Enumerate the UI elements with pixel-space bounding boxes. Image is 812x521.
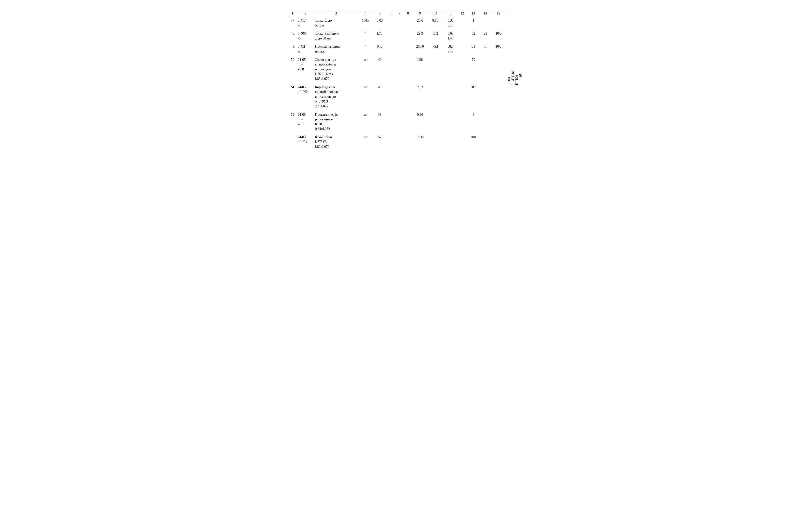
cell-5-15 (491, 83, 506, 110)
col-header-3: 3 (315, 10, 358, 17)
cell-5-14 (480, 83, 491, 110)
cell-1-4: 100м (358, 17, 373, 29)
col-header-5: 5 (373, 10, 386, 17)
cell-2-9: 29,9 (412, 29, 428, 42)
cell-6-5: I6 (373, 110, 386, 132)
col-header-14: I4 (480, 10, 491, 17)
cell-6-3: Профили перфо-рированныеКI080,34хI,072 (315, 110, 358, 132)
cell-4-14 (480, 55, 491, 83)
cell-7-12 (458, 132, 467, 150)
col-header-13: I3 (467, 10, 480, 17)
cell-6-7 (395, 110, 404, 132)
cell-2-10: I6,2 (428, 29, 443, 42)
col-header-1: I (288, 10, 297, 17)
cell-7-6 (386, 132, 395, 150)
cell-4-7 (395, 55, 404, 83)
cell-6-4: шт (358, 110, 373, 132)
cell-4-15 (491, 55, 506, 83)
page-wrapper: I 2 3 4 5 6 7 8 9 IO II I2 I3 I4 I5 (288, 10, 524, 150)
cell-4-2: 24-05п.I--468 (297, 55, 315, 83)
table-row: 488-406--6То же, стальнуюД до 50 мм"I,73… (288, 29, 506, 42)
cell-6-1: 52 (288, 110, 297, 132)
table-row: 5024-05п.I--468Лотки для про-кладки кабе… (288, 55, 506, 83)
cell-2-12 (458, 29, 467, 42)
header-row: I 2 3 4 5 6 7 8 9 IO II I2 I3 I4 I5 (288, 10, 506, 17)
cell-5-1: 5I (288, 83, 297, 110)
cell-5-10 (428, 83, 443, 110)
cell-3-1: 49 (288, 42, 297, 55)
cell-6-6 (386, 110, 395, 132)
cell-1-1: 47 (288, 17, 297, 29)
cell-1-11: 0,350,14 (443, 17, 458, 29)
cell-4-3: Лотки для про-кладки кабеляи проводовНЛ2… (315, 55, 358, 83)
cell-4-4: шт (358, 55, 373, 83)
cell-5-11 (443, 83, 458, 110)
cell-7-7 (395, 132, 404, 150)
cell-1-10: 8,85 (428, 17, 443, 29)
table-row: 5I24-05п.I-262Короб для от-крытой провод… (288, 83, 506, 110)
cell-6-14 (480, 110, 491, 132)
cell-1-7 (395, 17, 404, 29)
cell-4-13: 79 (467, 55, 480, 83)
cell-2-1: 48 (288, 29, 297, 42)
cell-3-14: II (480, 42, 491, 55)
cell-6-9: 0,36 (412, 110, 428, 132)
cell-2-8 (404, 29, 413, 42)
cell-1-3: То же, Д до50 мм (315, 17, 358, 29)
cell-7-9: I,930 (412, 132, 428, 150)
col-header-15: I5 (491, 10, 506, 17)
cell-7-11 (443, 132, 458, 150)
cell-6-15 (491, 110, 506, 132)
cell-5-4: шт (358, 83, 373, 110)
cell-4-9: I,98 (412, 55, 428, 83)
cell-4-12 (458, 55, 467, 83)
side2-text: - 95 - (519, 71, 523, 79)
cell-7-2: 24-05п.I-I94 (297, 132, 315, 150)
cell-7-3: КронштейнК775У3I,80хI,072 (315, 132, 358, 150)
cell-3-5: 0,I5 (373, 42, 386, 55)
cell-4-8 (404, 55, 413, 83)
cell-5-9: 7,93 (412, 83, 428, 110)
cell-3-12 (458, 42, 467, 55)
col-header-11: II (443, 10, 458, 17)
col-header-10: IO (428, 10, 443, 17)
cell-7-14 (480, 132, 491, 150)
cell-5-6 (386, 83, 395, 110)
cell-5-12 (458, 83, 467, 110)
cell-7-15 (491, 132, 506, 150)
cell-4-10 (428, 55, 443, 83)
cell-6-13: 6 (467, 110, 480, 132)
cell-1-9: 20,6 (412, 17, 428, 29)
cell-3-4: " (358, 42, 373, 55)
cell-3-3: Проложить шино-провод (315, 42, 358, 55)
col-header-6: 6 (386, 10, 395, 17)
cell-7-13: I00 (467, 132, 480, 150)
cell-2-2: 8-406--6 (297, 29, 315, 42)
col-header-7: 7 (395, 10, 404, 17)
cell-1-5: 0,03 (373, 17, 386, 29)
cell-2-14: 28 (480, 29, 491, 42)
cell-3-15: 10/3 (491, 42, 506, 55)
cell-5-2: 24-05п.I-262 (297, 83, 315, 110)
cell-7-8 (404, 132, 413, 150)
col-header-12: I2 (458, 10, 467, 17)
cell-5-8 (404, 83, 413, 110)
table-row: 498-4I2--2Проложить шино-провод"0,I5206,… (288, 42, 506, 55)
cell-1-8 (404, 17, 413, 29)
cell-3-2: 8-4I2--2 (297, 42, 315, 55)
cell-5-3: Короб для от-крытой проводкив них провод… (315, 83, 358, 110)
cell-6-12 (458, 110, 467, 132)
col-header-8: 8 (404, 10, 413, 17)
cell-3-13: 31 (467, 42, 480, 55)
cell-4-1: 50 (288, 55, 297, 83)
main-table: I 2 3 4 5 6 7 8 9 IO II I2 I3 I4 I5 (288, 10, 506, 150)
col-header-2: 2 (297, 10, 315, 17)
cell-1-13: I (467, 17, 480, 29)
side-divider-text: —1—4ТС.86 (511, 71, 515, 90)
cell-6-2: 24-05п.I--7I8 (297, 110, 315, 132)
cell-1-2: 8-417--7 (297, 17, 315, 29)
cell-2-5: I,73 (373, 29, 386, 42)
side-label: 503 —1—4ТС.86 ШЦ(2) - 95 - (506, 10, 524, 150)
cell-1-15 (491, 17, 506, 29)
side-top-text: 503 (507, 77, 511, 83)
